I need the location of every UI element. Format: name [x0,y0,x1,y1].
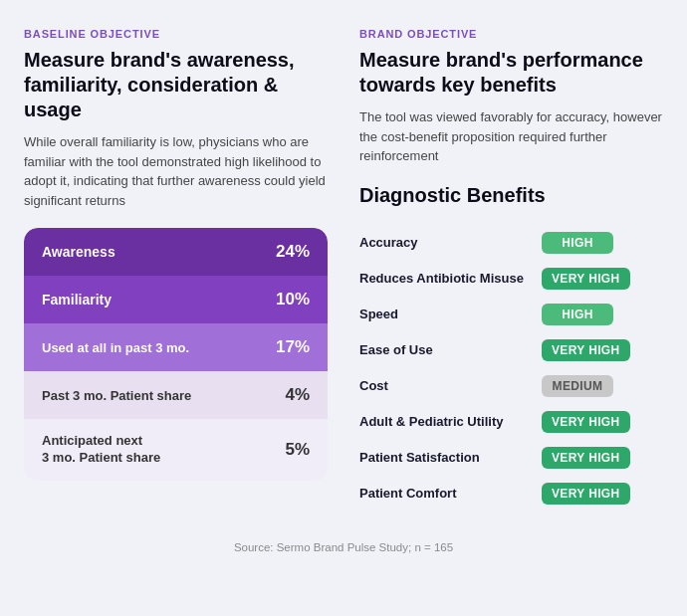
diag-row-badge-cell: MEDIUM [542,370,663,402]
bar-pct: 10% [270,290,310,309]
right-section-label: BRAND OBJECTIVE [359,28,663,40]
diag-badge: HIGH [542,232,613,254]
diag-badge: VERY HIGH [542,483,630,505]
diag-badge: VERY HIGH [542,447,630,469]
bar-pct: 24% [270,242,310,262]
diag-row-label: Adult & Pediatric Utility [359,406,542,438]
bar-label: Familiarity [42,292,270,308]
diag-badge: VERY HIGH [542,339,630,361]
diag-row-label: Cost [359,370,542,402]
diag-row-badge-cell: VERY HIGH [542,334,663,366]
diag-row-badge-cell: HIGH [542,227,663,259]
diag-row-badge-cell: VERY HIGH [542,263,663,295]
source-line: Source: Sermo Brand Pulse Study; n = 165 [24,541,663,553]
diag-row-label: Ease of Use [359,334,542,366]
bar-row: Anticipated next 3 mo. Patient share5% [24,419,328,481]
bar-row: Past 3 mo. Patient share4% [24,371,328,419]
right-desc: The tool was viewed favorably for accura… [359,107,663,166]
diag-row: Adult & Pediatric UtilityVERY HIGH [359,406,663,438]
diag-row-label: Reduces Antibiotic Misuse [359,263,542,295]
bar-label: Anticipated next 3 mo. Patient share [42,433,270,467]
diag-row-badge-cell: VERY HIGH [542,442,663,474]
diag-row: SpeedHIGH [359,299,663,330]
diag-table: AccuracyHIGHReduces Antibiotic MisuseVER… [359,223,663,513]
bar-label: Past 3 mo. Patient share [42,388,270,403]
bar-row: Used at all in past 3 mo.17% [24,323,328,371]
left-title: Measure brand's awareness, familiarity, … [24,48,328,122]
bar-pct: 5% [270,440,310,460]
bar-chart: Awareness24%Familiarity10%Used at all in… [24,228,328,481]
left-column: BASELINE OBJECTIVE Measure brand's aware… [24,28,328,513]
diag-row-badge-cell: HIGH [542,299,663,330]
main-grid: BASELINE OBJECTIVE Measure brand's aware… [24,28,663,513]
diag-row: Patient SatisfactionVERY HIGH [359,442,663,474]
bar-pct: 4% [270,385,310,405]
diag-row-label: Speed [359,299,542,330]
diag-row: Ease of UseVERY HIGH [359,334,663,366]
left-desc: While overall familiarity is low, physic… [24,132,328,210]
bar-row: Awareness24% [24,228,328,276]
diag-badge: VERY HIGH [542,268,630,290]
bar-pct: 17% [270,337,310,357]
left-section-label: BASELINE OBJECTIVE [24,28,328,40]
diag-row: AccuracyHIGH [359,227,663,259]
diag-badge: VERY HIGH [542,411,630,433]
diag-title: Diagnostic Benefits [359,184,663,207]
bar-label: Awareness [42,244,270,260]
right-title: Measure brand's performance towards key … [359,48,663,98]
diag-row-badge-cell: VERY HIGH [542,478,663,510]
diag-row-badge-cell: VERY HIGH [542,406,663,438]
diag-row-label: Patient Satisfaction [359,442,542,474]
diag-badge: HIGH [542,304,613,325]
diag-row: Reduces Antibiotic MisuseVERY HIGH [359,263,663,295]
diag-row: CostMEDIUM [359,370,663,402]
right-column: BRAND OBJECTIVE Measure brand's performa… [359,28,663,513]
diag-badge: MEDIUM [542,375,613,397]
diag-row-label: Patient Comfort [359,478,542,510]
bar-row: Familiarity10% [24,276,328,323]
diag-row: Patient ComfortVERY HIGH [359,478,663,510]
bar-label: Used at all in past 3 mo. [42,340,270,355]
diag-row-label: Accuracy [359,227,542,259]
